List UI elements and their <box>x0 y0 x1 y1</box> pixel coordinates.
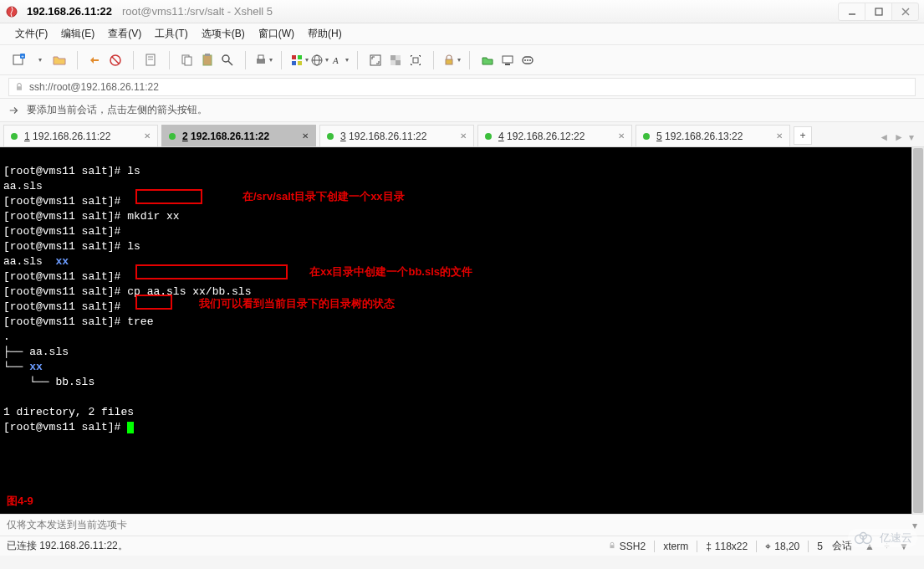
menu-window[interactable]: 窗口(W) <box>252 23 301 44</box>
svg-rect-33 <box>413 58 418 63</box>
svg-text:A: A <box>332 55 339 65</box>
tab-label: 1 192.168.26.11:22 <box>24 131 110 142</box>
status-termtype: xterm <box>655 541 697 552</box>
svg-rect-42 <box>610 545 614 548</box>
session-tab-2[interactable]: 2 192.168.26.11:22 ✕ <box>161 125 316 146</box>
transparency-icon[interactable] <box>386 51 405 69</box>
open-session-icon[interactable] <box>50 51 69 69</box>
svg-rect-22 <box>298 55 302 59</box>
tile-icon[interactable] <box>406 51 425 69</box>
print-icon[interactable] <box>254 51 273 69</box>
menu-bar: 文件(F) 编辑(E) 查看(V) 工具(T) 选项卡(B) 窗口(W) 帮助(… <box>0 23 924 45</box>
tip-bar: 要添加当前会话，点击左侧的箭头按钮。 <box>0 99 924 122</box>
status-size: ‡ 118x22 <box>697 541 756 552</box>
tab-prev-icon[interactable]: ◄ <box>879 131 889 143</box>
svg-rect-16 <box>205 54 210 56</box>
highlight-box-mkdir <box>135 189 202 204</box>
send-target-dropdown-icon[interactable]: ▾ <box>912 520 917 531</box>
maximize-button[interactable] <box>865 3 892 21</box>
address-field[interactable]: ssh://root@192.168.26.11:22 <box>8 78 916 96</box>
svg-text:+: + <box>21 54 24 59</box>
sessions-up-icon[interactable]: ▲ <box>865 541 875 552</box>
add-session-arrow-icon[interactable] <box>8 105 20 116</box>
annotation-1: 在/srv/salt目录下创建一个xx目录 <box>242 189 405 204</box>
terminal-area: [root@vms11 salt]# ls aa.sls [root@vms11… <box>0 147 924 514</box>
tab-close-icon[interactable]: ✕ <box>460 131 467 141</box>
menu-edit[interactable]: 编辑(E) <box>54 23 101 44</box>
annotation-2: 在xx目录中创建一个bb.sls的文件 <box>309 264 472 279</box>
tip-text: 要添加当前会话，点击左侧的箭头按钮。 <box>27 103 207 117</box>
svg-rect-36 <box>505 64 510 65</box>
svg-point-17 <box>222 55 229 62</box>
svg-rect-34 <box>446 59 452 64</box>
highlight-box-cp <box>135 264 288 279</box>
address-url: ssh://root@192.168.26.11:22 <box>29 81 159 93</box>
xftp-icon[interactable] <box>478 51 497 69</box>
compose-icon[interactable] <box>518 51 537 69</box>
session-tab-4[interactable]: 4 192.168.26.12:22 ✕ <box>477 125 632 146</box>
svg-rect-15 <box>203 55 212 65</box>
status-dot-icon <box>643 133 650 140</box>
svg-line-9 <box>112 57 119 64</box>
svg-rect-41 <box>17 86 22 90</box>
disconnect-icon[interactable] <box>106 51 125 69</box>
color-scheme-icon[interactable] <box>290 51 309 69</box>
paste-icon[interactable] <box>198 51 217 69</box>
svg-rect-2 <box>876 8 882 15</box>
svg-rect-14 <box>185 57 191 65</box>
status-dot-icon <box>11 133 18 140</box>
menu-tabs[interactable]: 选项卡(B) <box>195 23 252 44</box>
tab-close-icon[interactable]: ✕ <box>618 131 625 141</box>
reconnect-icon[interactable] <box>86 51 105 69</box>
font-icon[interactable]: A <box>330 51 349 69</box>
menu-view[interactable]: 查看(V) <box>101 23 148 44</box>
encoding-icon[interactable] <box>310 51 329 69</box>
tab-label: 5 192.168.26.13:22 <box>656 131 743 142</box>
send-input[interactable]: 仅将文本发送到当前选项卡 <box>7 518 906 532</box>
close-button[interactable] <box>891 3 919 21</box>
lock-icon[interactable] <box>442 51 461 69</box>
menu-file[interactable]: 文件(F) <box>8 23 54 44</box>
terminal[interactable]: [root@vms11 salt]# ls aa.sls [root@vms11… <box>0 147 911 514</box>
vertical-scrollbar[interactable] <box>911 147 924 514</box>
menu-tools[interactable]: 工具(T) <box>148 23 194 44</box>
tab-bar: 1 192.168.26.11:22 ✕ 2 192.168.26.11:22 … <box>0 122 924 147</box>
title-ip: 192.168.26.11:22 <box>27 5 112 18</box>
menu-help[interactable]: 帮助(H) <box>301 23 349 44</box>
send-bar: 仅将文本发送到当前选项卡 ▾ <box>0 514 924 536</box>
svg-rect-21 <box>292 55 296 59</box>
tab-close-icon[interactable]: ✕ <box>776 131 783 141</box>
tab-next-icon[interactable]: ► <box>894 131 904 143</box>
tab-menu-icon[interactable]: ▾ <box>909 131 914 143</box>
svg-rect-20 <box>258 55 263 59</box>
find-icon[interactable] <box>218 51 237 69</box>
new-session-dropdown-icon[interactable] <box>30 51 48 69</box>
status-dot-icon <box>169 133 176 140</box>
toolbar: + A <box>0 45 924 75</box>
properties-icon[interactable] <box>142 51 161 69</box>
session-tab-3[interactable]: 3 192.168.26.11:22 ✕ <box>319 125 474 146</box>
title-path: root@vms11:/srv/salt - Xshell 5 <box>122 5 273 18</box>
xagent-icon[interactable] <box>498 51 517 69</box>
add-tab-button[interactable]: + <box>794 126 812 145</box>
status-bar: 已连接 192.168.26.11:22。 SSH2 xterm ‡ 118x2… <box>0 536 924 556</box>
status-dot-icon <box>327 133 334 140</box>
new-session-icon[interactable]: + <box>10 51 28 69</box>
fullscreen-icon[interactable] <box>366 51 385 69</box>
svg-rect-29 <box>370 55 380 65</box>
lock-small-icon <box>608 541 616 552</box>
tab-close-icon[interactable]: ✕ <box>144 131 151 141</box>
minimize-button[interactable] <box>838 3 865 21</box>
annotation-3: 我们可以看到当前目录下的目录树的状态 <box>199 296 395 311</box>
ssh-lock-icon <box>14 82 24 92</box>
session-tab-5[interactable]: 5 192.168.26.13:22 ✕ <box>636 125 790 146</box>
copy-icon[interactable] <box>178 51 197 69</box>
sessions-down-icon[interactable]: ▼ <box>899 541 909 552</box>
tab-close-icon[interactable]: ✕ <box>302 131 309 141</box>
status-dot-icon <box>485 133 492 140</box>
svg-line-18 <box>228 61 232 65</box>
tab-label: 3 192.168.26.11:22 <box>340 131 426 142</box>
session-tab-1[interactable]: 1 192.168.26.11:22 ✕ <box>3 125 158 146</box>
figure-label: 图4-9 <box>7 494 33 509</box>
cursor-icon <box>127 422 134 433</box>
